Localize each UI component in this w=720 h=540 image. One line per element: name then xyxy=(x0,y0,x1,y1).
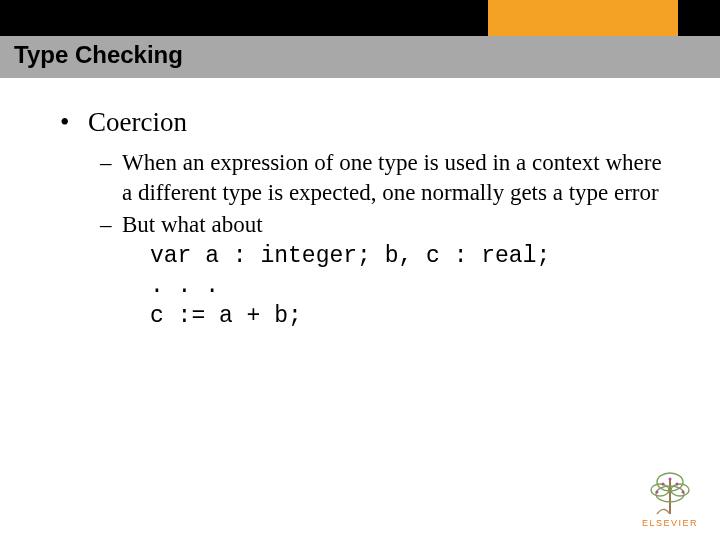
code-line: var a : integer; b, c : real; xyxy=(150,243,550,269)
svg-point-10 xyxy=(682,491,685,494)
slide-title: Type Checking xyxy=(14,41,183,69)
bullet-label: Coercion xyxy=(88,108,187,138)
sub-bullet-marker: – xyxy=(100,148,122,178)
code-line: . . . xyxy=(150,273,219,299)
top-orange-accent xyxy=(488,0,678,36)
sub-bullet-text: When an expression of one type is used i… xyxy=(122,148,670,209)
sub-bullet-lead: But what about xyxy=(122,212,263,237)
code-block: var a : integer; b, c : real; . . . c :=… xyxy=(150,241,670,332)
sub-bullet-marker: – xyxy=(100,210,122,240)
svg-point-7 xyxy=(676,483,679,486)
bullet-marker: • xyxy=(60,108,88,138)
code-line: c := a + b; xyxy=(150,303,302,329)
title-bar: Type Checking xyxy=(0,36,720,78)
sub-bullet-text: But what about var a : integer; b, c : r… xyxy=(122,210,670,331)
svg-point-8 xyxy=(669,478,672,481)
sub-bullet-list: – When an expression of one type is used… xyxy=(100,148,670,332)
svg-point-9 xyxy=(656,491,659,494)
sub-bullet-item: – When an expression of one type is used… xyxy=(100,148,670,209)
tree-icon xyxy=(647,470,693,516)
publisher-name: ELSEVIER xyxy=(638,518,702,528)
slide-body: • Coercion – When an expression of one t… xyxy=(60,108,670,334)
bullet-item: • Coercion xyxy=(60,108,670,138)
svg-point-6 xyxy=(662,483,665,486)
sub-bullet-item: – But what about var a : integer; b, c :… xyxy=(100,210,670,331)
publisher-logo: ELSEVIER xyxy=(638,470,702,528)
